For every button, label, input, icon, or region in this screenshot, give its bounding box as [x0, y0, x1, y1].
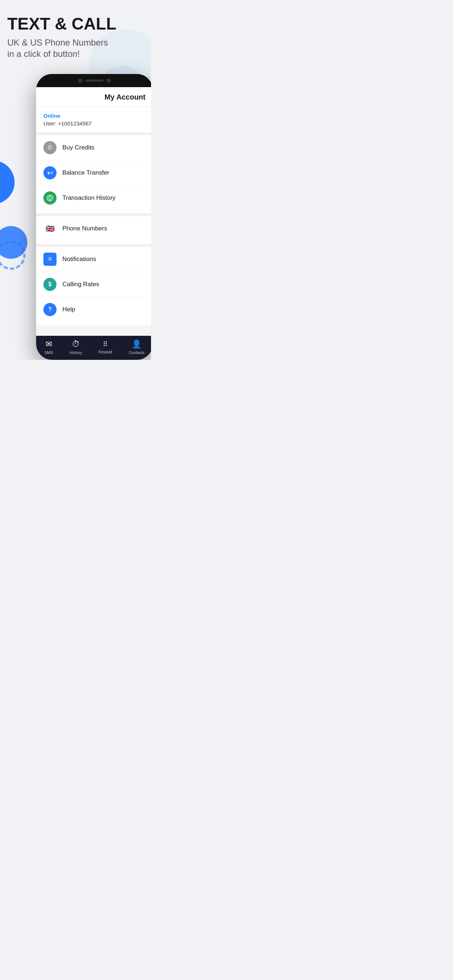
balance-transfer-icon: ↩ — [43, 166, 57, 180]
menu-item-help[interactable]: ? Help — [36, 297, 151, 322]
buy-credits-label: Buy Credits — [62, 144, 94, 151]
bottom-nav: ✉ SMS ⏱ History ⠿ Keypad 👤 Contacts — [36, 336, 151, 360]
speaker-bar — [85, 80, 104, 82]
phone-numbers-icon: 🇬🇧 — [43, 222, 57, 235]
keypad-icon: ⠿ — [103, 340, 108, 348]
history-label: History — [70, 350, 82, 355]
calling-rates-label: Calling Rates — [62, 281, 99, 288]
menu-item-notifications[interactable]: ≡ Notifications — [36, 247, 151, 272]
nav-sms[interactable]: ✉ SMS — [45, 339, 53, 355]
contacts-icon: 👤 — [132, 339, 142, 349]
menu-group-phone: 🇬🇧 Phone Numbers — [36, 216, 151, 241]
account-user: User: +1001234567 — [43, 120, 145, 127]
notifications-icon: ≡ — [43, 253, 57, 266]
nav-history[interactable]: ⏱ History — [70, 339, 82, 355]
transaction-history-label: Transaction History — [62, 194, 116, 202]
transaction-history-icon — [43, 191, 57, 205]
nav-contacts[interactable]: 👤 Contacts — [129, 339, 144, 355]
left-blue-shape — [0, 161, 14, 204]
menu-item-buy-credits[interactable]: © Buy Credits — [36, 135, 151, 161]
background-page: TEXT & CALL UK & US Phone Numbersin a cl… — [0, 0, 151, 360]
nav-keypad[interactable]: ⠿ Keypad — [99, 340, 112, 354]
menu-divider-1 — [36, 213, 151, 216]
menu-group-credits: © Buy Credits ↩ Balance Transfer — [36, 135, 151, 210]
phone-mockup: My Account Online User: +1001234567 © Bu… — [36, 74, 151, 360]
menu-item-phone-numbers[interactable]: 🇬🇧 Phone Numbers — [36, 216, 151, 241]
phone-frame: My Account Online User: +1001234567 © Bu… — [36, 74, 151, 360]
headline-section: TEXT & CALL UK & US Phone Numbersin a cl… — [0, 0, 151, 67]
keypad-label: Keypad — [99, 350, 112, 354]
menu-divider-2 — [36, 244, 151, 247]
phone-numbers-label: Phone Numbers — [62, 225, 107, 232]
menu-item-balance-transfer[interactable]: ↩ Balance Transfer — [36, 161, 151, 186]
phone-notch — [36, 74, 151, 87]
balance-transfer-label: Balance Transfer — [62, 169, 109, 177]
help-label: Help — [62, 306, 75, 313]
headline-title: TEXT & CALL — [7, 14, 144, 33]
buy-credits-icon: © — [43, 141, 57, 154]
notch-cutout — [71, 75, 118, 86]
menu-item-transaction-history[interactable]: Transaction History — [36, 186, 151, 210]
camera-dot — [78, 78, 83, 83]
account-status: Online — [43, 113, 145, 119]
calling-rates-icon: $ — [43, 278, 57, 291]
app-title: My Account — [104, 93, 145, 101]
sms-icon: ✉ — [46, 339, 52, 349]
menu-item-calling-rates[interactable]: $ Calling Rates — [36, 272, 151, 297]
phone-screen: My Account Online User: +1001234567 © Bu… — [36, 87, 151, 360]
menu-group-settings: ≡ Notifications $ Calling Rates ? Help — [36, 247, 151, 322]
account-section: Online User: +1001234567 — [36, 107, 151, 135]
history-icon: ⏱ — [72, 339, 80, 349]
notifications-label: Notifications — [62, 256, 96, 263]
bottom-spacer — [36, 325, 151, 336]
help-icon: ? — [43, 303, 57, 316]
sms-label: SMS — [45, 350, 53, 355]
app-header: My Account — [36, 87, 151, 107]
left-blue-dashed-circle — [0, 240, 26, 270]
contacts-label: Contacts — [129, 350, 144, 355]
sensor-dot — [107, 78, 111, 83]
svg-point-1 — [48, 197, 51, 199]
headline-subtitle: UK & US Phone Numbersin a click of butto… — [7, 37, 144, 59]
